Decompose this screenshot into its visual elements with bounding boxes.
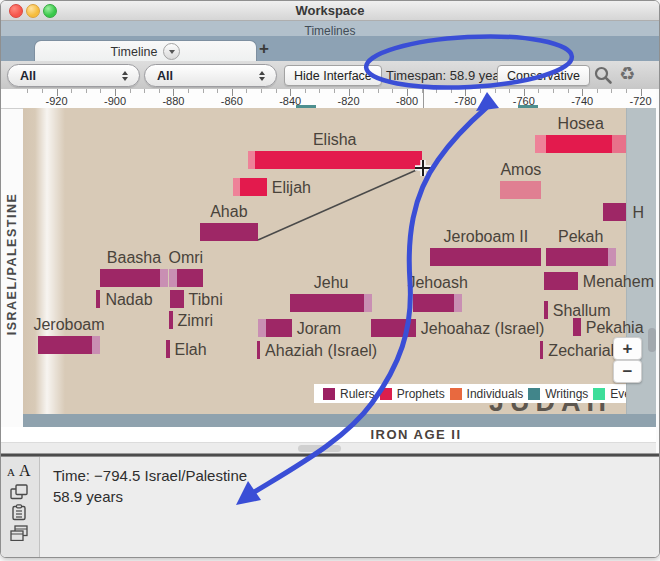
filter-dropdown-1[interactable]: All	[7, 64, 140, 87]
tab-bar: Timeline +	[1, 36, 659, 61]
timeline-label: Nadab	[105, 291, 152, 309]
hide-interface-button[interactable]: Hide Interface	[284, 65, 382, 86]
zoom-in-button[interactable]: +	[613, 337, 642, 360]
timeline-label: H	[632, 204, 644, 222]
axis-tick	[378, 89, 379, 93]
axis-tick	[27, 89, 28, 93]
filter-dropdown-2[interactable]: All	[144, 64, 277, 87]
axis-tick-label: -880	[162, 95, 184, 107]
time-cursor-line	[423, 89, 424, 108]
filter-dropdown-2-value: All	[145, 69, 252, 83]
time-axis[interactable]: -920-900-880-860-840-820-800-780-760-740…	[1, 89, 659, 109]
axis-tick-label: -780	[454, 95, 476, 107]
timeline-label: Jeroboam	[33, 316, 104, 334]
cascade-windows-icon[interactable]	[10, 525, 28, 545]
status-panel-rail: A A	[1, 457, 40, 557]
era-label: IRON AGE II	[370, 427, 461, 442]
axis-tick	[392, 89, 393, 93]
timeline-label: Menahem	[583, 273, 654, 291]
timeline-label: Elijah	[272, 179, 311, 197]
zoom-out-button[interactable]: −	[613, 360, 642, 383]
axis-tick	[597, 89, 598, 93]
font-size-controls[interactable]: A A	[7, 462, 31, 480]
axis-tick	[611, 89, 612, 93]
toolbar: All All Hide Interface Timespan: 58.9 ye…	[1, 61, 659, 90]
right-margin	[656, 89, 659, 453]
status-span-line: 58.9 years	[53, 486, 247, 507]
axis-tick-label: -800	[396, 95, 418, 107]
document-bar: Timelines	[1, 21, 659, 36]
axis-tick	[217, 89, 218, 93]
axis-tick	[305, 89, 306, 93]
axis-tick	[261, 89, 262, 93]
add-tab-button[interactable]: +	[259, 39, 269, 59]
status-time-line: Time: −794.5 Israel/Palestine	[53, 465, 247, 486]
timeline-chart[interactable]: JUDAH RulersProphetsIndividualsWritingsE…	[23, 108, 656, 414]
era-band	[23, 414, 659, 427]
axis-tick	[246, 89, 247, 93]
era-row: IRON AGE II	[1, 427, 659, 443]
horizontal-scrollbar-track[interactable]	[1, 442, 659, 453]
axis-tick	[553, 89, 554, 93]
axis-tick	[626, 89, 627, 93]
timeline-label: Jehu	[314, 274, 349, 292]
timeline-label: Zechariah	[548, 342, 619, 360]
filter-dropdown-1-value: All	[8, 69, 115, 83]
axis-tick-label: -740	[571, 95, 593, 107]
axis-tick-label: -920	[46, 95, 68, 107]
axis-tick	[436, 89, 437, 93]
axis-tick	[71, 89, 72, 93]
timeline-label: Elah	[175, 341, 207, 359]
timeline-label: Jeroboam II	[444, 228, 528, 246]
axis-tick	[188, 89, 189, 93]
timeline-label: Elisha	[313, 131, 357, 149]
crosshair-cursor-icon	[415, 160, 431, 176]
timeline-label: Ahab	[210, 203, 247, 221]
axis-tick	[203, 89, 204, 93]
timeline-label: Amos	[500, 161, 541, 179]
timeline-label: Pekah	[558, 228, 603, 246]
timeline-pane: -920-900-880-860-840-820-800-780-760-740…	[1, 89, 659, 453]
title-bar: Workspace	[1, 1, 659, 21]
timeline-label: Shallum	[553, 302, 611, 320]
axis-tick-label: -720	[630, 95, 652, 107]
clipboard-icon[interactable]	[10, 504, 28, 525]
chevron-down-icon	[169, 50, 175, 54]
axis-tick-label: -820	[338, 95, 360, 107]
timeline-label: Pekahia	[586, 319, 644, 337]
axis-tick	[334, 89, 335, 93]
axis-tick	[144, 89, 145, 93]
horizontal-scrollbar-thumb[interactable]	[298, 445, 341, 452]
axis-tick	[42, 89, 43, 93]
axis-tick	[363, 89, 364, 93]
axis-tick	[130, 89, 131, 93]
axis-tick	[480, 89, 481, 93]
axis-tick-label: -860	[221, 95, 243, 107]
tab-timeline[interactable]: Timeline	[34, 40, 257, 62]
search-icon[interactable]	[592, 64, 614, 90]
axis-tick	[509, 89, 510, 93]
timeline-label: Zimri	[178, 312, 214, 330]
status-readout: Time: −794.5 Israel/Palestine 58.9 years	[53, 465, 247, 507]
axis-tick	[568, 89, 569, 93]
workspace-window: Workspace Timelines Timeline + All All H…	[0, 0, 660, 558]
timespan-readout: Timespan: 58.9 years	[386, 68, 511, 83]
timeline-label: Jehoash	[407, 274, 468, 292]
timeline-label: Hosea	[558, 115, 604, 133]
axis-tick	[276, 89, 277, 93]
axis-tick	[319, 89, 320, 93]
axis-tick	[495, 89, 496, 93]
region-label: ISRAEL/PALESTINE	[5, 184, 19, 344]
popup-arrows-icon	[252, 71, 276, 81]
float-window-icon[interactable]	[10, 484, 28, 504]
tab-dropdown-button[interactable]	[163, 43, 180, 60]
status-panel: A A Time: −794.5 Israel/Palestine 58.9 y…	[1, 457, 659, 557]
axis-tick	[100, 89, 101, 93]
timeline-label: Joram	[297, 320, 341, 338]
recompute-recycle-icon[interactable]: ♻	[619, 63, 635, 85]
vertical-scrollbar-thumb[interactable]	[648, 328, 656, 352]
timeline-label: Ahaziah (Israel)	[265, 342, 377, 360]
conservative-button[interactable]: Conservative	[497, 65, 590, 86]
timeline-label: Baasha	[107, 249, 161, 267]
timeline-label: Tibni	[189, 291, 223, 309]
